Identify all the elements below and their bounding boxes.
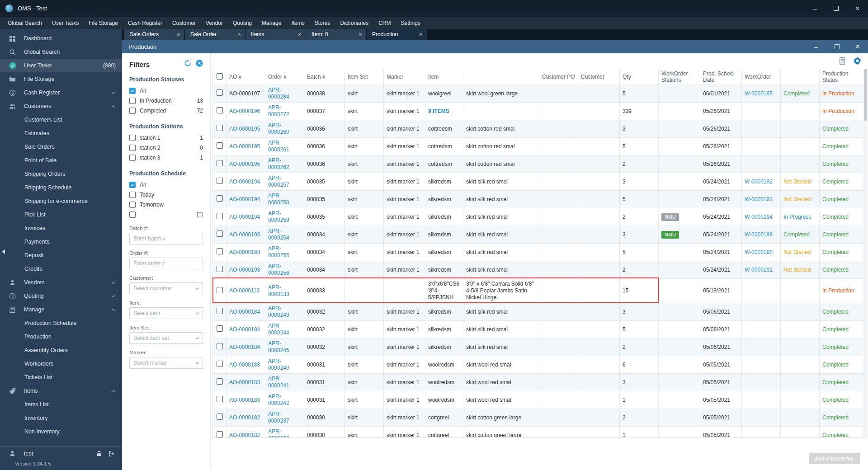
item-set-select[interactable]: Select item set	[129, 332, 203, 344]
order-link[interactable]: APR-0000244	[268, 323, 289, 336]
row-checkbox[interactable]	[217, 266, 223, 272]
ao-link[interactable]: AO-0000184	[229, 309, 260, 315]
menu-item-quoting[interactable]: Quoting	[228, 17, 257, 29]
workorder-link[interactable]: W-0000192	[745, 179, 773, 185]
table-row[interactable]: AO-0000194APR-0000257000035skirtskirt ma…	[213, 173, 864, 191]
tab-close-icon[interactable]	[177, 31, 180, 38]
ao-link[interactable]: AO-0000194	[229, 179, 260, 185]
logout-icon[interactable]	[108, 451, 115, 457]
sidebar-item-assembly-orders[interactable]: Assembly Orders	[0, 343, 122, 357]
sidebar-item-vendors[interactable]: Vendors	[0, 276, 122, 289]
order-link[interactable]: APR-0000238	[268, 428, 289, 438]
sidebar-item-quoting[interactable]: ?Quoting	[0, 289, 122, 303]
sidebar-item-customers-list[interactable]: Customers List	[0, 113, 122, 127]
sidebar-item-workorders[interactable]: Workorders	[0, 357, 122, 371]
sidebar-item-tickets-list[interactable]: Tickets List	[0, 371, 122, 384]
gear-icon[interactable]	[853, 56, 862, 65]
ao-link[interactable]: AO-0000183	[229, 362, 260, 368]
row-checkbox[interactable]	[217, 107, 223, 113]
row-checkbox[interactable]	[217, 142, 223, 149]
ao-link[interactable]: AO-0000195	[229, 143, 260, 150]
row-checkbox[interactable]	[217, 213, 223, 219]
ao-link[interactable]: AO-0000182	[229, 432, 260, 438]
table-row[interactable]: AO-0000196APR-0000272000037skirtskirt ma…	[213, 103, 864, 120]
order-link[interactable]: APR-0000255	[268, 245, 289, 258]
auto-receive-button[interactable]: AUTO RECEIVE	[809, 453, 860, 464]
workorder-link[interactable]: W-0000194	[745, 214, 773, 220]
menu-item-manage[interactable]: Manage	[257, 17, 286, 29]
filter-option-today[interactable]: Today	[129, 190, 203, 200]
filter-option-all[interactable]: All	[129, 180, 203, 190]
filter-option-station-1[interactable]: station 11	[129, 133, 203, 143]
table-row[interactable]: AO-0000194APR-0000258000035skirtskirt ma…	[213, 191, 864, 208]
row-checkbox[interactable]	[217, 160, 223, 166]
order-link[interactable]: APR-0000256	[268, 263, 289, 276]
ao-link[interactable]: AO-0000184	[229, 326, 260, 333]
inner-close-button[interactable]	[847, 40, 868, 53]
sidebar-item-non-inventory[interactable]: Non Inventory	[0, 425, 122, 438]
row-checkbox[interactable]	[217, 414, 223, 420]
menu-item-customer[interactable]: Customer	[167, 17, 201, 29]
ao-link[interactable]: AO-0000195	[229, 126, 260, 132]
vertical-scrollbar[interactable]	[863, 69, 868, 438]
sidebar-item-user-tasks[interactable]: User Tasks(880)	[0, 59, 122, 72]
ao-link[interactable]: AO-0000182	[229, 414, 260, 421]
row-checkbox[interactable]	[217, 89, 223, 96]
sidebar-item-dashboard[interactable]: Dashboard	[0, 32, 122, 45]
filter-option-completed[interactable]: Completed72	[129, 106, 203, 116]
order-link[interactable]: APR-0000259	[268, 210, 289, 223]
table-row[interactable]: AO-0000197APR-0000284000038skirtskirt ma…	[213, 85, 864, 103]
menu-item-user-tasks[interactable]: User Tasks	[47, 17, 84, 29]
tab-sale-order[interactable]: Sale Order	[185, 29, 245, 40]
checkbox[interactable]	[129, 88, 136, 94]
order-link[interactable]: APR-0000257	[268, 175, 289, 188]
checkbox[interactable]	[129, 145, 136, 151]
tab-close-icon[interactable]	[298, 31, 302, 38]
order-link[interactable]: APR-0000242	[268, 393, 289, 406]
order-link[interactable]: APR-0000245	[268, 340, 289, 353]
row-checkbox[interactable]	[217, 125, 223, 131]
filter-option-in-production[interactable]: In Production13	[129, 96, 203, 106]
tab-close-icon[interactable]	[359, 31, 362, 38]
filter-option-station-2[interactable]: station 20	[129, 143, 203, 153]
order-input[interactable]	[129, 258, 203, 269]
checkbox[interactable]	[129, 98, 136, 104]
order-link[interactable]: APR-0000133	[268, 284, 289, 297]
checkbox[interactable]	[129, 108, 136, 114]
item-link[interactable]: 9 ITEMS	[428, 108, 449, 114]
document-icon[interactable]	[839, 57, 846, 65]
ao-link[interactable]: AO-0000193	[229, 267, 260, 273]
sidebar-item-items-list[interactable]: Items List	[0, 398, 122, 411]
menu-item-cash-register[interactable]: Cash Register	[123, 17, 167, 29]
row-checkbox[interactable]	[217, 431, 223, 437]
sidebar-item-manage[interactable]: Manage	[0, 303, 122, 316]
menu-item-dictionaries[interactable]: Dictionaries	[335, 17, 373, 29]
sidebar-item-customers[interactable]: Customers	[0, 99, 122, 113]
sidebar-item-shipping-schedule[interactable]: Shipping Schedule	[0, 181, 122, 194]
tab-production[interactable]: Production	[367, 29, 427, 40]
table-row[interactable]: AO-0000184APR-0000245000032skirtskirt ma…	[213, 338, 864, 356]
sidebar-item-invoices[interactable]: Invoices	[0, 221, 122, 235]
checkbox[interactable]	[129, 192, 136, 198]
maximize-button[interactable]	[826, 0, 847, 17]
ao-link[interactable]: AO-0000183	[229, 397, 260, 403]
table-row[interactable]: AO-0000183APR-0000242000031skirtskirt ma…	[213, 391, 864, 409]
row-checkbox[interactable]	[217, 325, 223, 332]
sidebar-item-credits[interactable]: Credits	[0, 262, 122, 276]
sidebar-item-global-search[interactable]: Global Search	[0, 45, 122, 59]
table-row[interactable]: AO-0000113APR-00001330000333'0"x6'8"CS6'…	[213, 279, 864, 303]
menu-item-items[interactable]: Items	[286, 17, 309, 29]
customer-select[interactable]: Select customer	[129, 282, 203, 294]
order-link[interactable]: APR-0000260	[268, 122, 289, 135]
ao-link[interactable]: AO-0000193	[229, 249, 260, 255]
ao-link[interactable]: AO-0000194	[229, 196, 260, 202]
ao-link[interactable]: AO-0000193	[229, 231, 260, 238]
inner-maximize-button[interactable]	[826, 40, 847, 53]
table-row[interactable]: AO-0000195APR-0000261000036skirtskirt ma…	[213, 138, 864, 155]
table-row[interactable]: AO-0000193APR-0000256000034skirtskirt ma…	[213, 261, 864, 279]
table-row[interactable]: AO-0000183APR-0000241000031skirtskirt ma…	[213, 374, 864, 391]
order-link[interactable]: APR-0000240	[268, 358, 289, 371]
table-row[interactable]: AO-0000193APR-0000254000034skirtskirt ma…	[213, 226, 864, 244]
close-filters-ic[interactable]	[196, 60, 203, 69]
menu-item-file-storage[interactable]: File Storage	[84, 17, 123, 29]
